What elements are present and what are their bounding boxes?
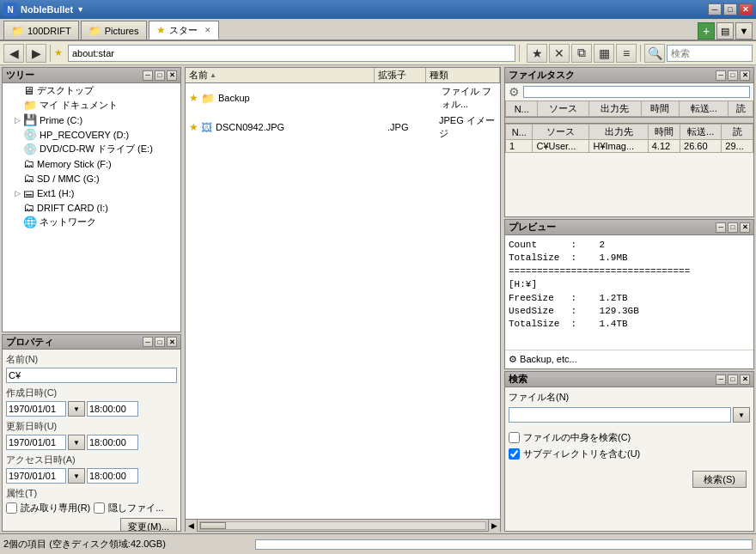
tree-close-btn[interactable]: ✕ bbox=[167, 70, 177, 81]
tab-pictures[interactable]: 📁 Pictures bbox=[81, 21, 147, 40]
content-search-checkbox[interactable] bbox=[509, 432, 520, 443]
search-panel: 検索 ─ □ ✕ ファイル名(N) ▼ ファイルの中身を検索(C) bbox=[504, 371, 754, 532]
close-button[interactable]: ✕ bbox=[739, 3, 753, 15]
tree-item-desktop[interactable]: 🖥 デスクトップ bbox=[3, 83, 180, 98]
tree-item-network[interactable]: 🌐 ネットワーク bbox=[3, 215, 180, 229]
star-btn[interactable]: ✕ bbox=[549, 44, 570, 63]
tab-label: 100DRIFT bbox=[27, 26, 71, 36]
change-button[interactable]: 変更(M)... bbox=[120, 518, 177, 531]
props-close-btn[interactable]: ✕ bbox=[167, 337, 177, 347]
created-date-dropdown[interactable]: ▼ bbox=[68, 401, 85, 417]
subdir-label: サブディレクトリを含む(U) bbox=[523, 447, 640, 460]
props-title: プロパティ bbox=[6, 336, 53, 349]
tab-bar: 📁 100DRIFT 📁 Pictures ★ スター ✕ + ▤ ▼ bbox=[0, 19, 756, 41]
forward-button[interactable]: ▶ bbox=[26, 44, 46, 63]
view-list-btn[interactable]: ▦ bbox=[594, 44, 614, 63]
view-toggle-button[interactable]: ▤ bbox=[716, 22, 734, 40]
created-date-input[interactable] bbox=[6, 401, 66, 417]
subdir-row: サブディレクトリを含む(U) bbox=[509, 447, 750, 460]
accessed-date-dropdown[interactable]: ▼ bbox=[68, 468, 85, 484]
tree-item-f[interactable]: 🗂 Memory Stick (F:) bbox=[3, 156, 180, 171]
name-input[interactable] bbox=[6, 368, 177, 383]
right-panel: ファイルタスク ─ □ ✕ ⚙ bbox=[503, 65, 756, 533]
task-col-source: ソース bbox=[538, 101, 589, 117]
app-icon: N bbox=[3, 3, 17, 16]
tab-close-icon[interactable]: ✕ bbox=[204, 26, 211, 34]
scroll-track[interactable] bbox=[199, 521, 486, 530]
preview-close-btn[interactable]: ✕ bbox=[740, 222, 750, 233]
scroll-left-btn[interactable]: ◀ bbox=[186, 520, 198, 532]
task-col-read: 読 bbox=[729, 101, 753, 117]
tree-maximize-btn[interactable]: □ bbox=[155, 70, 165, 81]
add-tab-button[interactable]: + bbox=[698, 22, 715, 40]
search-button[interactable]: 検索(S) bbox=[692, 471, 747, 488]
preview-title: プレビュー bbox=[509, 221, 556, 234]
search-input[interactable] bbox=[671, 48, 756, 58]
scroll-right-btn[interactable]: ▶ bbox=[488, 520, 500, 532]
view-btn-2[interactable]: ▼ bbox=[735, 22, 753, 40]
menu-btn[interactable]: ≡ bbox=[616, 44, 637, 63]
tab-100drift[interactable]: 📁 100DRIFT bbox=[3, 21, 79, 40]
task-close-btn[interactable]: ✕ bbox=[740, 70, 750, 81]
tab-star[interactable]: ★ スター ✕ bbox=[149, 21, 219, 40]
preview-panel: プレビュー ─ □ ✕ Count : 2 TotalSize : 1.9MB … bbox=[504, 219, 754, 369]
hidden-checkbox[interactable] bbox=[94, 502, 105, 514]
modified-time-input[interactable] bbox=[87, 435, 138, 450]
sep3 bbox=[640, 45, 641, 62]
tree-item-i[interactable]: 🗂 DRIFT CARD (I:) bbox=[3, 200, 180, 215]
search-icon-btn[interactable]: 🔍 bbox=[644, 44, 665, 63]
ext1-icon: 🖴 bbox=[23, 186, 34, 199]
back-button[interactable]: ◀ bbox=[3, 44, 24, 63]
accessed-time-input[interactable] bbox=[87, 468, 138, 484]
modified-date-dropdown[interactable]: ▼ bbox=[68, 435, 85, 450]
tree-item-g[interactable]: 🗂 SD / MMC (G:) bbox=[3, 171, 180, 186]
task-cell-transfer: 26.60 bbox=[680, 140, 722, 153]
filename-dropdown[interactable]: ▼ bbox=[733, 407, 750, 423]
search-content: ファイル名(N) ▼ ファイルの中身を検索(C) サブディレクトリを含む(U) bbox=[505, 387, 753, 531]
props-minimize-btn[interactable]: ─ bbox=[143, 337, 153, 347]
maximize-button[interactable]: □ bbox=[723, 3, 737, 15]
task-cell-n: 1 bbox=[506, 140, 533, 153]
tree-item-c[interactable]: ▷ 💾 Prime (C:) bbox=[3, 113, 180, 127]
col-name[interactable]: 名前 ▲ bbox=[186, 68, 375, 82]
created-time-input[interactable] bbox=[87, 401, 138, 417]
address-input[interactable] bbox=[72, 48, 511, 58]
task-maximize-btn[interactable]: □ bbox=[728, 70, 738, 81]
preview-minimize-btn[interactable]: ─ bbox=[716, 222, 726, 233]
tree-item-d[interactable]: 💿 HP_RECOVERY (D:) bbox=[3, 127, 180, 142]
preview-maximize-btn[interactable]: □ bbox=[728, 222, 738, 233]
search-box[interactable] bbox=[667, 45, 753, 62]
accessed-date-input[interactable] bbox=[6, 468, 66, 484]
status-bar: 2個の項目 (空きディスク領域:42.0GB) bbox=[0, 533, 756, 554]
search-maximize-btn[interactable]: □ bbox=[728, 374, 738, 385]
address-bar[interactable] bbox=[68, 45, 515, 62]
col-ext[interactable]: 拡張子 bbox=[375, 68, 426, 82]
subdir-checkbox[interactable] bbox=[509, 448, 520, 460]
title-dropdown-arrow[interactable]: ▼ bbox=[76, 5, 84, 14]
search-minimize-btn[interactable]: ─ bbox=[716, 374, 726, 385]
filename-label: ファイル名(N) bbox=[509, 391, 750, 404]
file-name: DSCN0942.JPG bbox=[216, 122, 387, 132]
file-item-dscn[interactable]: ★ 🖼 DSCN0942.JPG .JPG JPEG イメージ bbox=[186, 113, 500, 142]
copy-btn[interactable]: ⧉ bbox=[571, 44, 592, 63]
tree-item-e[interactable]: 💿 DVD/CD-RW ドライブ (E:) bbox=[3, 142, 180, 156]
bookmark-button[interactable]: ★ bbox=[527, 44, 547, 63]
task-minimize-btn[interactable]: ─ bbox=[716, 70, 726, 81]
readonly-checkbox[interactable] bbox=[6, 502, 17, 514]
file-list: ★ 📁 Backup ファイル フォル... ★ 🖼 DSCN0942.JPG … bbox=[186, 83, 500, 519]
horizontal-scrollbar[interactable]: ◀ ▶ bbox=[186, 519, 500, 531]
tree-minimize-btn[interactable]: ─ bbox=[143, 70, 153, 81]
tree-item-h[interactable]: ▷ 🖴 Ext1 (H:) bbox=[3, 186, 180, 200]
file-item-backup[interactable]: ★ 📁 Backup ファイル フォル... bbox=[186, 83, 500, 113]
content-search-label: ファイルの中身を検索(C) bbox=[523, 431, 631, 444]
col-type[interactable]: 種類 bbox=[426, 68, 500, 82]
scroll-thumb[interactable] bbox=[200, 522, 226, 529]
modified-date-input[interactable] bbox=[6, 435, 66, 450]
task-title: ファイルタスク bbox=[509, 69, 575, 82]
search-close-btn[interactable]: ✕ bbox=[740, 374, 750, 385]
props-maximize-btn[interactable]: □ bbox=[155, 337, 165, 347]
task-progress-bar bbox=[523, 86, 750, 98]
tree-item-mydocs[interactable]: 📁 マイ ドキュメント bbox=[3, 98, 180, 113]
filename-input[interactable] bbox=[509, 407, 731, 423]
minimize-button[interactable]: ─ bbox=[708, 3, 722, 15]
